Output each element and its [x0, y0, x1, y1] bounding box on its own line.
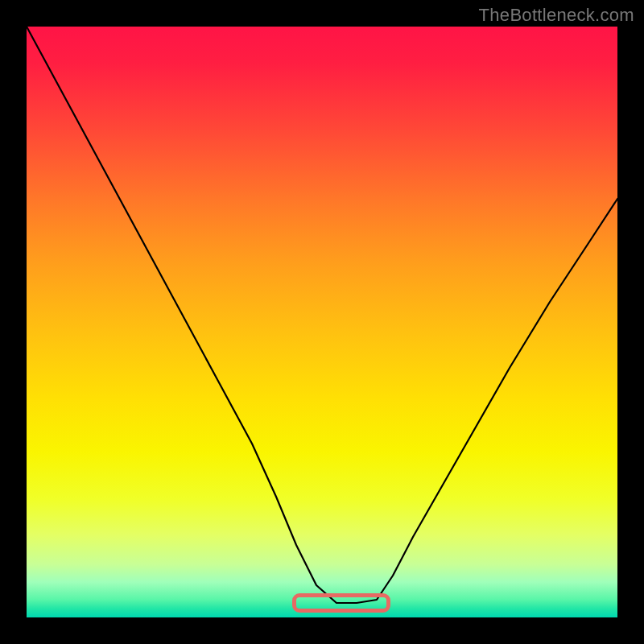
- bottleneck-curve: [27, 27, 617, 603]
- plot-area: [27, 27, 617, 617]
- watermark-text: TheBottleneck.com: [479, 5, 634, 26]
- chart-frame: TheBottleneck.com: [0, 0, 644, 644]
- curve-svg: [27, 27, 617, 617]
- optimal-range-marker: [292, 593, 390, 613]
